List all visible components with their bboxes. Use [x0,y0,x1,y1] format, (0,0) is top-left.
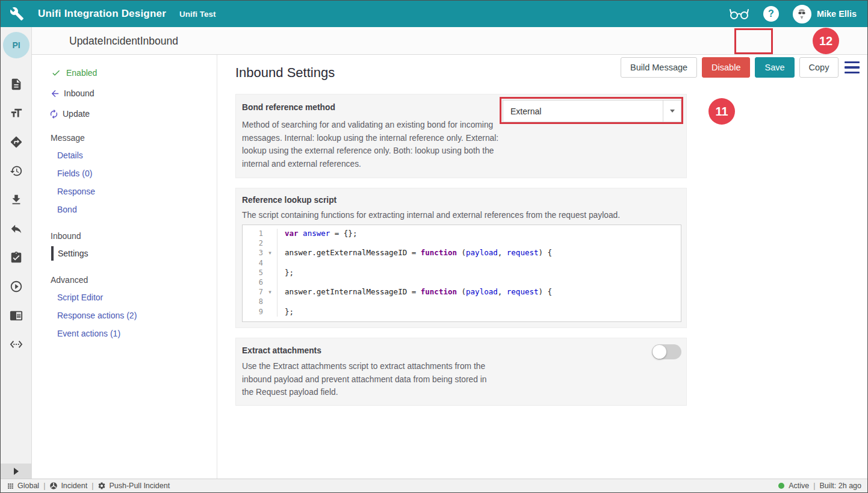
line-number: 9 [243,307,263,317]
code-icon[interactable] [10,338,23,351]
nav-item-details[interactable]: Details [57,149,83,161]
line-number: 7 [243,287,263,297]
code-lines: 1var answer = {};23▾answer.getExternalMe… [243,229,681,317]
application-item[interactable]: Incident [49,482,87,490]
user-menu[interactable]: Mike Ellis [793,5,857,23]
reference-lookup-card: Reference lookup script The script conta… [235,188,687,328]
scope-item[interactable]: Global [7,482,39,490]
refresh-icon [49,109,59,119]
task-check-icon[interactable] [10,251,23,264]
toggle-knob [653,345,666,359]
line-number: 1 [243,229,263,238]
code-text: var answer = {}; [277,229,357,238]
incident-icon [49,482,58,490]
annotation-step-12: 12 [813,28,839,54]
copy-button[interactable]: Copy [799,57,839,78]
nav-item-script-editor[interactable]: Script Editor [57,291,103,303]
check-icon [51,68,61,78]
menu-icon[interactable] [845,61,860,73]
active-status-label: Active [789,482,809,490]
selected-indicator [51,246,54,261]
grid-icon [7,482,14,490]
code-line: 3▾answer.getExternalMessageID = function… [243,248,681,258]
download-icon[interactable] [10,193,23,206]
nav-item-bond[interactable]: Bond [57,203,77,215]
dropdown-caret-box[interactable] [663,101,681,122]
bond-reference-dropdown[interactable]: External [503,100,681,122]
code-text: }; [277,307,294,317]
page-heading: Inbound Settings [235,65,335,81]
nav-panel: Enabled Inbound Update Message Details F… [32,55,217,480]
process-avatar: PI [3,32,29,58]
collapse-sidebar-button[interactable] [1,464,31,479]
status-bar: Global | Incident | Push-Pull Incident A… [1,479,867,492]
fold-gutter [263,297,277,306]
code-text: answer.getInternalMessageID = function (… [277,287,552,297]
code-line: 6 [243,278,681,287]
fold-gutter [263,238,277,248]
line-number: 4 [243,258,263,268]
face-icon [795,7,809,21]
nav-item-fields[interactable]: Fields (0) [57,167,92,179]
disable-button[interactable]: Disable [702,57,750,78]
nav-status-enabled: Enabled [51,67,97,79]
code-text: }; [277,268,294,278]
nav-item-response[interactable]: Response [57,185,95,197]
code-line: 7▾answer.getInternalMessageID = function… [243,287,681,297]
code-line: 4 [243,258,681,268]
workspace-name[interactable]: Unifi Test [179,10,216,19]
knowledge-book-icon[interactable] [10,309,23,322]
top-bar-actions: ? Mike Ellis [729,5,857,23]
save-button[interactable]: Save [755,57,794,78]
glasses-icon[interactable] [729,7,749,21]
nav-status-direction: Inbound [50,87,95,99]
nav-section-inbound: Inbound [51,230,81,242]
line-number: 6 [243,278,263,287]
reference-lookup-description: The script containing functions for extr… [242,209,675,222]
line-number: 2 [243,238,263,248]
bond-reference-card: Bond reference method Method of searchin… [235,94,687,178]
extract-attachments-card: Extract attachments Use the Extract atta… [235,338,687,406]
help-icon[interactable]: ? [763,6,779,22]
annotation-step-11: 11 [708,98,735,125]
action-buttons: Build Message Disable Save Copy [621,57,839,78]
code-line: 9}; [243,307,681,317]
dropdown-selected-value: External [503,107,663,116]
code-editor[interactable]: 1var answer = {};23▾answer.getExternalMe… [242,225,681,322]
code-text [277,278,285,287]
text-format-icon[interactable] [10,107,23,120]
fold-gutter [263,258,277,268]
code-text [277,258,285,268]
active-status-icon [778,483,784,489]
fold-gutter [263,278,277,287]
code-text: answer.getExternalMessageID = function (… [277,248,552,258]
nav-item-settings[interactable]: Settings [58,247,88,259]
history-icon[interactable] [10,164,23,178]
help-glyph: ? [768,8,774,19]
directions-icon[interactable] [10,135,23,149]
separator: | [91,482,93,490]
process-item[interactable]: Push-Pull Incident [98,482,170,490]
nav-item-response-actions[interactable]: Response actions (2) [57,309,137,321]
fold-gutter [263,307,277,317]
scope-label: Global [17,482,39,490]
fold-gutter [263,229,277,238]
extract-attachments-toggle[interactable] [652,344,681,359]
built-label: Built: 2h ago [820,482,862,490]
page-title: UpdateIncidentInbound [69,27,178,55]
nav-item-event-actions[interactable]: Event actions (1) [57,327,120,340]
arrow-left-icon [50,88,60,99]
status-bar-left: Global | Incident | Push-Pull Incident [7,482,170,490]
fold-arrow-icon[interactable]: ▾ [263,248,277,258]
document-icon[interactable] [10,78,23,91]
fold-arrow-icon[interactable]: ▾ [263,287,277,297]
top-bar: Unifi Integration Designer Unifi Test ? [1,1,867,27]
line-number: 8 [243,297,263,306]
reference-lookup-label: Reference lookup script [242,196,336,205]
build-message-button[interactable]: Build Message [621,57,697,78]
wrench-icon [10,7,24,21]
code-line: 8 [243,297,681,306]
app-title: Unifi Integration Designer [38,8,166,20]
play-circle-icon[interactable] [10,280,23,293]
reply-icon[interactable] [10,222,23,235]
